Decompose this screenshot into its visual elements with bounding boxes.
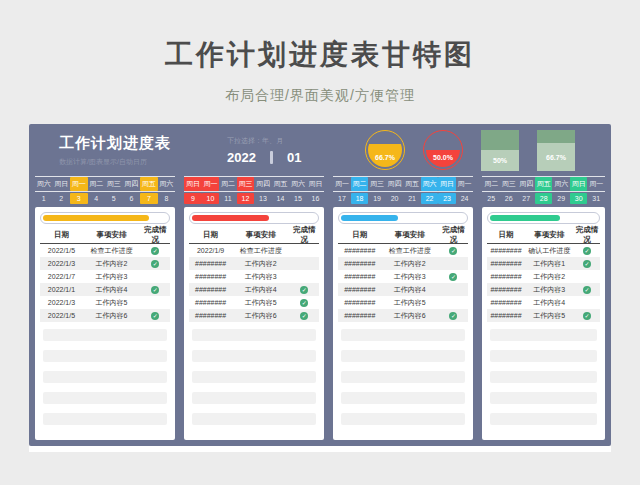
empty-row-stripe [490, 392, 597, 404]
calendar-day-name: 周四 [123, 177, 141, 191]
gauge-percent-label: 66.7% [366, 154, 404, 161]
task-name: 工作内容2 [232, 259, 289, 269]
empty-rows [338, 329, 468, 425]
calendar-day-name: 周二 [351, 177, 369, 191]
calendar-day-name: 周三 [368, 177, 386, 191]
table-row: ########检查工作进度✓ [338, 244, 468, 257]
task-date: ######## [338, 273, 381, 280]
calendar-day-number: 28 [535, 193, 553, 204]
month-select[interactable]: 01 [287, 150, 301, 165]
calendar-day-number: 22 [421, 193, 439, 204]
calendar-day-name: 周一 [333, 177, 351, 191]
table-body: ########确认工作进度✓########工作内容1✓########工作内… [487, 244, 600, 322]
progress-bar [487, 212, 600, 224]
calendar-day-name: 周六 [289, 177, 307, 191]
progress-gauge-circle: 50.0% [423, 130, 463, 170]
check-icon: ✓ [300, 312, 308, 320]
calendar-day-number: 3 [70, 193, 88, 204]
check-icon: ✓ [300, 299, 308, 307]
table-row: ########工作内容5✓ [487, 309, 600, 322]
task-name: 确认工作进度 [525, 246, 575, 256]
task-status: ✓ [574, 260, 600, 268]
header-task: 事项安排 [83, 230, 140, 240]
empty-rows [40, 329, 170, 425]
gauge-percent-label: 50.0% [424, 154, 462, 161]
date-row: 2022 01 [227, 150, 355, 165]
empty-row-stripe [341, 392, 465, 404]
calendar-day-number: 26 [500, 193, 518, 204]
task-date: ######## [487, 312, 524, 319]
header-status: 完成情况 [140, 225, 170, 245]
progress-bar-fill [43, 215, 149, 221]
empty-row-stripe [192, 371, 316, 383]
empty-row-stripe [192, 350, 316, 362]
gauge-fill-area [426, 133, 460, 167]
table-header-row: 日期 事项安排 完成情况 [338, 227, 468, 244]
gantt-panel: 工作计划进度表 数据计算/图表显示/自动日历 下拉选择：年、月 2022 01 … [29, 124, 611, 446]
header-status: 完成情况 [438, 225, 468, 245]
table-body: ########检查工作进度✓########工作内容2########工作内容… [338, 244, 468, 322]
calendar-day-name: 周四 [386, 177, 404, 191]
empty-row-stripe [192, 329, 316, 341]
task-date: ######## [338, 286, 381, 293]
calendar-day-number: 12 [237, 193, 255, 204]
calendar-strip: 周日周一周二周三周四周五周六周日 910111213141516 [184, 176, 324, 205]
task-name: 工作内容2 [83, 259, 140, 269]
task-date: ######## [487, 286, 524, 293]
task-card: 日期 事项安排 完成情况 2022/1/5检查工作进度✓2022/1/3工作内容… [35, 207, 175, 440]
task-date: 2022/1/9 [189, 247, 232, 254]
table-row: ########工作内容4 [487, 296, 600, 309]
calendar-day-number: 17 [333, 193, 351, 204]
table-body: 2022/1/9检查工作进度########工作内容2########工作内容3… [189, 244, 319, 322]
calendar-day-number: 10 [202, 193, 220, 204]
header-task: 事项安排 [381, 230, 438, 240]
calendar-date-row: 1718192021222324 [333, 192, 473, 205]
panel-title: 工作计划进度表 [59, 134, 227, 153]
task-name: 工作内容1 [525, 259, 575, 269]
progress-gauge-square: 50% [481, 130, 519, 171]
task-name: 工作内容3 [381, 272, 438, 282]
calendar-day-number: 4 [88, 193, 106, 204]
task-status: ✓ [574, 247, 600, 255]
empty-row-stripe [341, 329, 465, 341]
table-header-row: 日期 事项安排 完成情况 [189, 227, 319, 244]
calendar-day-number: 29 [552, 193, 570, 204]
year-select[interactable]: 2022 [227, 150, 256, 165]
empty-row-stripe [490, 329, 597, 341]
task-date: ######## [338, 312, 381, 319]
calendar-day-number: 24 [456, 193, 474, 204]
task-name: 检查工作进度 [83, 246, 140, 256]
header-status: 完成情况 [289, 225, 319, 245]
task-name: 工作内容5 [232, 298, 289, 308]
calendar-day-number: 11 [219, 193, 237, 204]
empty-row-stripe [341, 350, 465, 362]
header-date: 日期 [338, 230, 381, 240]
task-name: 工作内容2 [525, 272, 575, 282]
panel-footer [29, 446, 611, 452]
empty-row-stripe [192, 413, 316, 425]
progress-bar-fill [192, 215, 269, 221]
calendar-day-row: 周一周二周三周四周五周六周日周一 [333, 177, 473, 192]
table-row: 2022/1/9检查工作进度 [189, 244, 319, 257]
task-date: 2022/1/5 [40, 312, 83, 319]
calendar-day-row: 周六周日周一周二周三周四周五周六 [35, 177, 175, 192]
task-status: ✓ [289, 299, 319, 307]
calendar-strip: 周六周日周一周二周三周四周五周六 12345678 [35, 176, 175, 205]
completion-gauges: 66.7% 50.0% 50% 66.7% [355, 130, 601, 171]
check-icon: ✓ [583, 312, 591, 320]
task-date: 2022/1/5 [40, 247, 83, 254]
task-name: 工作内容5 [381, 298, 438, 308]
calendar-day-name: 周二 [482, 177, 500, 191]
panel-title-block: 工作计划进度表 数据计算/图表显示/自动日历 [59, 134, 227, 167]
task-status: ✓ [140, 247, 170, 255]
task-name: 工作内容6 [381, 311, 438, 321]
progress-bar-fill [490, 215, 559, 221]
header-task: 事项安排 [232, 230, 289, 240]
check-icon: ✓ [151, 286, 159, 294]
calendar-strip: 周一周二周三周四周五周六周日周一 1718192021222324 [333, 176, 473, 205]
empty-row-stripe [43, 392, 167, 404]
calendar-day-number: 16 [307, 193, 325, 204]
task-status: ✓ [289, 312, 319, 320]
calendar-day-number: 18 [351, 193, 369, 204]
check-icon: ✓ [151, 260, 159, 268]
